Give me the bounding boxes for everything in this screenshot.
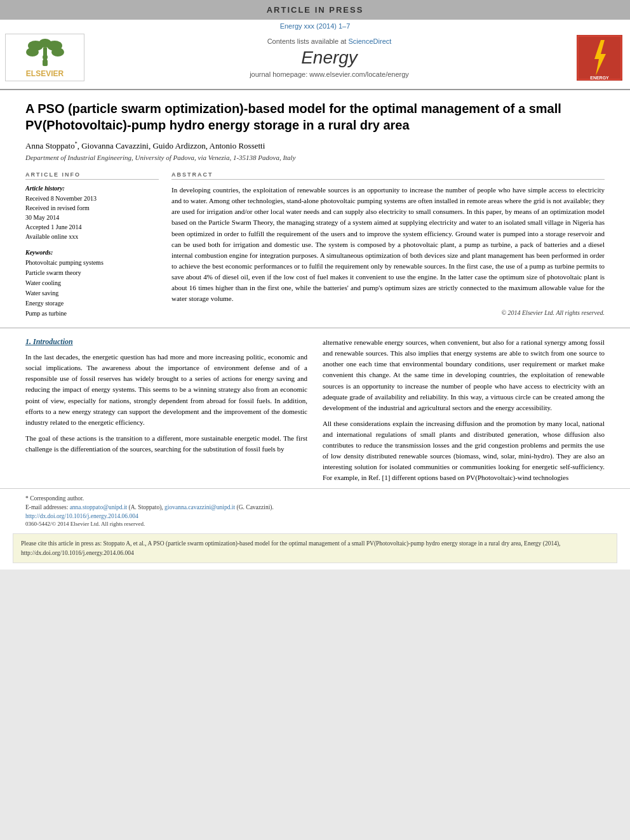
- elsevier-logo-img: [10, 37, 80, 68]
- article-info-heading: ARTICLE INFO: [25, 171, 159, 180]
- footnote-section: * Corresponding author. E-mail addresses…: [0, 488, 630, 528]
- volume-line: Energy xxx (2014) 1–7: [0, 20, 630, 31]
- doi-link[interactable]: http://dx.doi.org/10.1016/j.energy.2014.…: [25, 513, 138, 519]
- history-label: Article history:: [25, 185, 159, 192]
- sciencedirect-line: Contents lists available at ScienceDirec…: [84, 37, 574, 45]
- intro-body-text: In the last decades, the energetic quest…: [25, 352, 307, 454]
- keyword-3: Water cooling: [25, 278, 159, 288]
- keyword-5: Energy storage: [25, 298, 159, 309]
- svg-point-4: [26, 48, 39, 57]
- section-1-title: 1. Introduction: [25, 337, 307, 347]
- body-content: 1. Introduction In the last decades, the…: [0, 337, 630, 488]
- keyword-6: Pump as turbine: [25, 309, 159, 319]
- citation-bar: Please cite this article in press as: St…: [13, 533, 617, 563]
- affiliation: Department of Industrial Engineering, Un…: [25, 154, 605, 161]
- abstract-paragraph: In developing countries, the exploitatio…: [171, 185, 605, 304]
- email2-author: (G. Cavazzini).: [237, 504, 274, 510]
- abstract-col: ABSTRACT In developing countries, the ex…: [171, 171, 605, 319]
- citation-text: Please cite this article in press as: St…: [21, 540, 560, 556]
- received-date: Received 8 November 2013: [25, 194, 159, 203]
- energy-logo-box: ENERGY: [574, 35, 625, 81]
- banner-text: ARTICLE IN PRESS: [267, 5, 364, 15]
- doi-line: http://dx.doi.org/10.1016/j.energy.2014.…: [25, 513, 605, 519]
- journal-header: Energy xxx (2014) 1–7: [0, 20, 630, 90]
- keyword-4: Water saving: [25, 288, 159, 298]
- journal-homepage: journal homepage: www.elsevier.com/locat…: [84, 70, 574, 78]
- energy-logo-icon: ENERGY: [577, 35, 622, 81]
- article-info-abstract-cols: ARTICLE INFO Article history: Received 8…: [25, 171, 605, 319]
- keywords-label: Keywords:: [25, 249, 159, 256]
- sciencedirect-link[interactable]: ScienceDirect: [348, 37, 391, 45]
- abstract-heading: ABSTRACT: [171, 171, 605, 180]
- corresponding-note: * Corresponding author.: [25, 494, 605, 503]
- journal-center: Contents lists available at ScienceDirec…: [84, 37, 574, 78]
- section-number: 1.: [25, 337, 31, 346]
- email2-link[interactable]: giovanna.cavazzini@unipd.it: [164, 504, 235, 510]
- body-right-col: alternative renewable energy sources, wh…: [323, 337, 605, 488]
- email1-author: (A. Stoppato),: [129, 504, 163, 510]
- article-info-col: ARTICLE INFO Article history: Received 8…: [25, 171, 159, 319]
- revised-label: Received in revised form: [25, 203, 159, 213]
- corresponding-label: * Corresponding author.: [25, 495, 84, 502]
- keyword-2: Particle swarm theory: [25, 268, 159, 278]
- section-label: Introduction: [33, 337, 73, 346]
- intro-right-para-2: All these considerations explain the inc…: [323, 418, 605, 483]
- abstract-text: In developing countries, the exploitatio…: [171, 185, 605, 304]
- intro-right-text: alternative renewable energy sources, wh…: [323, 337, 605, 483]
- article-in-press-banner: ARTICLE IN PRESS: [0, 0, 630, 20]
- revised-date: 30 May 2014: [25, 213, 159, 222]
- available-online: Available online xxx: [25, 232, 159, 241]
- authors: Anna Stoppato*, Giovanna Cavazzini, Guid…: [25, 141, 605, 151]
- email-note: E-mail addresses: anna.stoppato@unipd.it…: [25, 503, 605, 512]
- keyword-1: Photovoltaic pumping systems: [25, 258, 159, 268]
- email1-link[interactable]: anna.stoppato@unipd.it: [70, 504, 128, 510]
- journal-header-content: ELSEVIER Contents lists available at Sci…: [0, 31, 630, 84]
- page-wrapper: ARTICLE IN PRESS Energy xxx (2014) 1–7: [0, 0, 630, 570]
- keywords-section: Keywords: Photovoltaic pumping systems P…: [25, 249, 159, 319]
- elsevier-tree-icon: [20, 38, 70, 67]
- authors-text: Anna Stoppato*, Giovanna Cavazzini, Guid…: [25, 141, 265, 150]
- main-content: A PSO (particle swarm optimization)-base…: [0, 90, 630, 319]
- svg-text:ENERGY: ENERGY: [590, 76, 609, 80]
- svg-rect-8: [43, 60, 48, 66]
- section-divider: [0, 328, 630, 328]
- svg-point-7: [43, 55, 48, 60]
- intro-para-2: The goal of these actions is the transit…: [25, 433, 307, 455]
- journal-name: Energy: [84, 45, 574, 70]
- copyright-line: © 2014 Elsevier Ltd. All rights reserved…: [171, 309, 605, 316]
- elsevier-label: ELSEVIER: [26, 69, 64, 78]
- elsevier-logo-box: ELSEVIER: [5, 34, 84, 81]
- energy-logo-inner: ENERGY: [577, 35, 622, 81]
- body-left-col: 1. Introduction In the last decades, the…: [25, 337, 307, 488]
- issn-line: 0360-5442/© 2014 Elsevier Ltd. All right…: [25, 521, 605, 527]
- svg-point-5: [51, 48, 64, 57]
- accepted-date: Accepted 1 June 2014: [25, 222, 159, 232]
- contents-label: Contents lists available at: [267, 37, 347, 45]
- intro-right-para-1: alternative renewable energy sources, wh…: [323, 337, 605, 413]
- article-title: A PSO (particle swarm optimization)-base…: [25, 100, 605, 133]
- email-label: E-mail addresses:: [25, 504, 68, 510]
- intro-para-1: In the last decades, the energetic quest…: [25, 352, 307, 427]
